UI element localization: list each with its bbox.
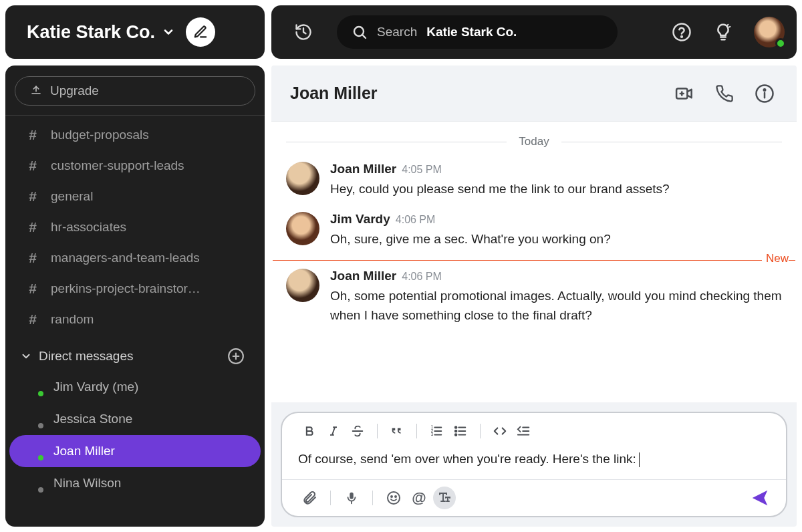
- tips-button[interactable]: [708, 17, 738, 47]
- channel-item[interactable]: #managers-and-team-leads: [5, 243, 265, 273]
- hash-icon: #: [27, 158, 39, 174]
- bullet-list-button[interactable]: [449, 421, 472, 441]
- new-messages-divider: New: [273, 260, 795, 261]
- channel-item[interactable]: #customer-support-leads: [5, 150, 265, 181]
- date-divider: Today: [273, 131, 795, 158]
- upgrade-label: Upgrade: [50, 84, 99, 98]
- send-button[interactable]: [750, 488, 770, 508]
- channel-item[interactable]: #random: [5, 304, 265, 335]
- new-label: New: [762, 252, 789, 265]
- code-icon: [493, 424, 507, 438]
- call-button[interactable]: [711, 80, 738, 107]
- avatar: [286, 212, 319, 245]
- italic-icon: [327, 424, 340, 438]
- emoji-button[interactable]: [382, 487, 405, 509]
- dm-item[interactable]: Nina Wilson: [9, 467, 261, 499]
- channel-item[interactable]: #perkins-project-brainstor…: [5, 273, 265, 304]
- channel-label: perkins-project-brainstor…: [51, 281, 200, 296]
- quote-icon: [390, 424, 404, 438]
- presence-indicator: [775, 38, 786, 49]
- svg-point-28: [455, 434, 457, 436]
- chat-header: Joan Miller: [271, 65, 797, 122]
- upload-icon: [30, 85, 42, 97]
- list-ul-icon: [453, 424, 468, 438]
- svg-point-34: [388, 492, 400, 504]
- message-input[interactable]: Of course, send 'em over when you're rea…: [282, 445, 786, 479]
- avatar: [24, 441, 44, 461]
- presence-indicator: [36, 421, 45, 430]
- info-icon: [755, 84, 775, 104]
- hash-icon: #: [27, 250, 39, 266]
- format-toggle-button[interactable]: [433, 487, 456, 509]
- dm-label: Jessica Stone: [53, 412, 132, 426]
- dm-label: Jim Vardy (me): [53, 380, 138, 394]
- message-author: Joan Miller: [330, 269, 396, 283]
- hash-icon: #: [27, 311, 39, 327]
- chevron-down-icon: [20, 350, 32, 362]
- quote-button[interactable]: [386, 421, 408, 441]
- channel-item[interactable]: #hr-associates: [5, 212, 265, 243]
- message-author: Jim Vardy: [330, 212, 390, 226]
- svg-point-36: [395, 496, 396, 497]
- mention-button[interactable]: @: [408, 487, 430, 509]
- chat-panel: Joan Miller Today Joan Miller4:05 PM Hey…: [271, 65, 797, 527]
- upgrade-button[interactable]: Upgrade: [15, 76, 255, 106]
- add-video-button[interactable]: [671, 80, 698, 107]
- ordered-list-button[interactable]: 123: [425, 421, 448, 441]
- message: Joan Miller4:06 PM Oh, some potential pr…: [273, 265, 795, 335]
- compose-button[interactable]: [186, 17, 215, 47]
- history-button[interactable]: [289, 17, 318, 47]
- date-label: Today: [519, 135, 549, 148]
- message-list[interactable]: Today Joan Miller4:05 PM Hey, could you …: [271, 122, 797, 402]
- channel-item[interactable]: #general: [5, 181, 265, 212]
- dm-section-header[interactable]: Direct messages: [5, 342, 265, 371]
- chevron-down-icon[interactable]: [162, 25, 175, 39]
- help-button[interactable]: [667, 17, 696, 47]
- channel-label: budget-proposals: [51, 128, 149, 142]
- help-circle-icon: [672, 22, 692, 42]
- attach-button[interactable]: [298, 487, 321, 509]
- message-author: Joan Miller: [330, 162, 396, 176]
- strike-button[interactable]: [346, 421, 369, 441]
- presence-indicator: [36, 453, 45, 462]
- channel-label: hr-associates: [51, 220, 126, 235]
- bold-button[interactable]: [298, 421, 321, 441]
- text-cursor: [639, 452, 640, 467]
- italic-button[interactable]: [322, 421, 345, 441]
- svg-point-6: [681, 36, 682, 37]
- bold-icon: [303, 424, 316, 438]
- info-button[interactable]: [751, 80, 778, 107]
- voice-button[interactable]: [340, 487, 363, 509]
- channel-item[interactable]: #budget-proposals: [5, 120, 265, 150]
- hash-icon: #: [27, 188, 39, 205]
- hash-icon: #: [27, 281, 39, 297]
- phone-icon: [715, 84, 734, 103]
- add-dm-button[interactable]: [226, 346, 246, 366]
- lightbulb-icon: [713, 22, 733, 42]
- list-ol-icon: 123: [429, 424, 444, 438]
- svg-rect-32: [350, 493, 354, 499]
- message: Jim Vardy4:06 PM Oh, sure, give me a sec…: [273, 208, 795, 258]
- dm-item[interactable]: Jim Vardy (me): [9, 371, 261, 403]
- svg-point-26: [455, 426, 457, 428]
- format-toolbar: 123: [282, 416, 786, 445]
- dm-item[interactable]: Jessica Stone: [9, 403, 261, 435]
- avatar: [286, 269, 319, 302]
- dm-item[interactable]: Joan Miller: [9, 435, 261, 467]
- me-avatar[interactable]: [754, 17, 785, 47]
- codeblock-button[interactable]: [513, 421, 535, 441]
- dm-list: Jim Vardy (me) Jessica Stone Joan Miller…: [5, 371, 265, 506]
- code-button[interactable]: [489, 421, 511, 441]
- avatar: [24, 473, 44, 493]
- svg-line-15: [332, 427, 335, 435]
- search-context: Katie Stark Co.: [426, 25, 517, 39]
- workspace-name[interactable]: Katie Stark Co.: [27, 22, 155, 43]
- avatar: [286, 162, 319, 195]
- search-icon: [352, 24, 368, 40]
- dm-label: Joan Miller: [53, 444, 115, 458]
- dm-section-label: Direct messages: [39, 349, 134, 364]
- svg-line-4: [362, 35, 366, 38]
- plus-circle-icon: [227, 348, 245, 365]
- message: Joan Miller4:05 PM Hey, could you please…: [273, 158, 795, 208]
- search-input[interactable]: Search Katie Stark Co.: [337, 15, 618, 49]
